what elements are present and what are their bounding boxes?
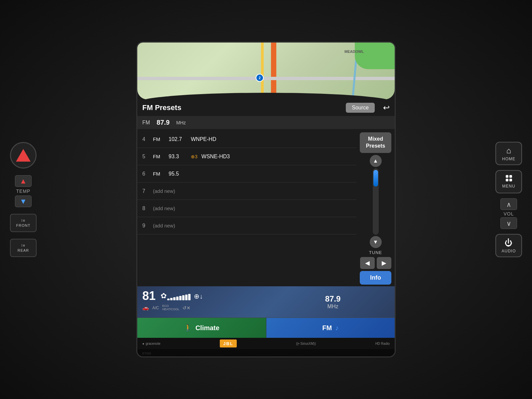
preset-freq-4: 102.7 (169, 136, 187, 142)
fan-bar-4 (176, 297, 179, 300)
radio-section: FM Presets Source ↩ FM 87.9 MHz 4 FM 102… (137, 99, 395, 286)
presets-list: 4 FM 102.7 WNPE-HD 5 FM 93.3 ⊕3 WSNE-HD3 (137, 131, 356, 286)
rear-label: REAR (18, 248, 29, 252)
branding-bar: ● gracenote JBL ((• SiriusXM)) HD Radio (137, 338, 395, 349)
fm-tab[interactable]: FM ♪ (266, 318, 395, 338)
heat-seat-icon: ⊕↓ (194, 292, 203, 300)
home-button[interactable]: ⌂ HOME (495, 142, 522, 165)
eco-label: ECOHEAT/COOL (162, 305, 179, 311)
back-button[interactable]: ↩ (383, 103, 390, 112)
preset-item-5[interactable]: 5 FM 93.3 ⊕3 WSNE-HD3 (137, 148, 356, 165)
temp-up-button[interactable]: ▲ (15, 175, 32, 187)
preset-add-9: (add new) (153, 223, 175, 228)
climate-icons-row: 🚗 A/C ECOHEAT/COOL ↺✕ (142, 305, 266, 311)
preset-num-6: 6 (142, 171, 149, 177)
hd3-icon: ⊕3 (191, 154, 198, 159)
fan-bar-3 (173, 297, 176, 300)
preset-freq-6: 95.5 (169, 171, 187, 177)
frequency-bar: FM 87.9 MHz (137, 116, 395, 129)
climate-left: 81 ✿ (137, 286, 271, 318)
map-main-road (271, 43, 276, 99)
siriusxm-logo: ((• SiriusXM)) (296, 342, 316, 345)
fan-bar-8 (188, 294, 191, 300)
preset-item-7[interactable]: 7 (add new) (137, 183, 356, 200)
menu-label: MENU (502, 184, 515, 189)
freq-value: 87.9 (157, 119, 170, 126)
power-icon: ⏻ (505, 238, 513, 247)
preset-num-8: 8 (142, 205, 149, 211)
model-number: E7058 (142, 352, 151, 355)
left-controls: ▲ TEMP ▼ ⁞≡ FRONT ⁞≡ REAR (10, 142, 37, 257)
gracenote-logo: ● gracenote (142, 342, 161, 345)
model-bar: E7058 (137, 349, 395, 356)
tune-prev-button[interactable]: ◀ (360, 257, 375, 269)
climate-tab-icon: 🚶 (184, 324, 192, 332)
temp-label: TEMP (16, 189, 31, 194)
scroll-indicator (373, 170, 378, 187)
fan-bar-1 (167, 299, 170, 300)
home-icon: ⌂ (506, 146, 511, 155)
car-recirculate-icon: 🚗 (142, 305, 149, 311)
presets-area: 4 FM 102.7 WNPE-HD 5 FM 93.3 ⊕3 WSNE-HD3 (137, 131, 395, 286)
climate-row: 81 ✿ (137, 286, 395, 318)
preset-freq-5: 93.3 (169, 154, 187, 160)
map-secondary-road (261, 43, 264, 99)
fan-icon: ✿ (161, 292, 167, 300)
front-defrost-icon: ⁞≡ (21, 218, 25, 223)
fm-presets-title: FM Presets (142, 103, 341, 112)
scroll-down-button[interactable]: ▼ (370, 236, 382, 248)
fan-bar-2 (170, 298, 173, 300)
bottom-status: 81 ✿ (137, 286, 395, 338)
front-defroster-button[interactable]: ⁞≡ FRONT (10, 214, 37, 232)
climate-tab[interactable]: 🚶 Climate (137, 318, 266, 338)
preset-name-4: WNPE-HD (191, 136, 351, 142)
temp-down-arrow-icon: ▼ (20, 197, 27, 206)
freq-unit: MHz (176, 120, 186, 125)
temp-down-button[interactable]: ▼ (15, 196, 32, 207)
bottom-freq-value: 87.9 (325, 294, 341, 304)
vol-up-button[interactable]: ∧ (500, 199, 517, 210)
menu-button[interactable]: MENU (495, 170, 522, 194)
home-label: HOME (502, 157, 515, 161)
scroll-up-button[interactable]: ▲ (370, 155, 382, 167)
front-label: FRONT (16, 223, 31, 227)
source-button[interactable]: Source (346, 103, 375, 113)
preset-add-8: (add new) (153, 205, 175, 211)
preset-item-8[interactable]: 8 (add new) (137, 200, 356, 217)
audio-button[interactable]: ⏻ AUDIO (495, 234, 522, 257)
preset-type-6: FM (153, 171, 165, 177)
preset-type-5: FM (153, 154, 165, 159)
preset-type-4: FM (153, 136, 165, 142)
fan-bars: ✿ ⊕↓ (161, 292, 203, 300)
preset-item-4[interactable]: 4 FM 102.7 WNPE-HD (137, 131, 356, 148)
preset-item-6[interactable]: 6 FM 95.5 (137, 165, 356, 183)
mixed-presets-button[interactable]: Mixed Presets (360, 132, 391, 153)
tune-next-button[interactable]: ▶ (377, 257, 391, 269)
preset-item-9[interactable]: 9 (add new) (137, 217, 356, 234)
bottom-freq-unit: MHz (328, 304, 338, 310)
vol-label: VOL (503, 211, 514, 216)
freq-band-label: FM (142, 120, 150, 126)
vol-down-button[interactable]: ∨ (500, 217, 517, 229)
info-button[interactable]: Info (360, 271, 391, 285)
rear-defroster-button[interactable]: ⁞≡ REAR (10, 239, 37, 257)
temp-up-arrow-icon: ▲ (20, 177, 27, 186)
audio-label: AUDIO (501, 249, 516, 253)
music-note-icon: ♪ (335, 324, 338, 332)
main-screen: MEADOWL 2 FM Presets Source ↩ FM 87.9 MH… (136, 42, 396, 357)
temp-controls: ▲ TEMP ▼ (15, 175, 32, 207)
preset-num-4: 4 (142, 136, 149, 142)
map-curved-bottom (137, 93, 395, 99)
rear-defrost-icon: ⁞≡ (21, 243, 25, 248)
climate-right: 87.9 MHz (271, 286, 395, 318)
map-horizontal-road (137, 77, 395, 80)
tune-label: TUNE (369, 250, 382, 255)
tune-buttons: ◀ ▶ (360, 257, 391, 269)
hazard-icon (16, 149, 31, 162)
hazard-button[interactable] (10, 142, 37, 169)
vol-controls: ∧ VOL ∨ (500, 199, 517, 229)
ac-label: A/C (152, 306, 159, 310)
hd-radio-logo: HD Radio (375, 342, 390, 345)
fan-bar-6 (182, 295, 185, 300)
map-road-label: MEADOWL (344, 50, 364, 54)
